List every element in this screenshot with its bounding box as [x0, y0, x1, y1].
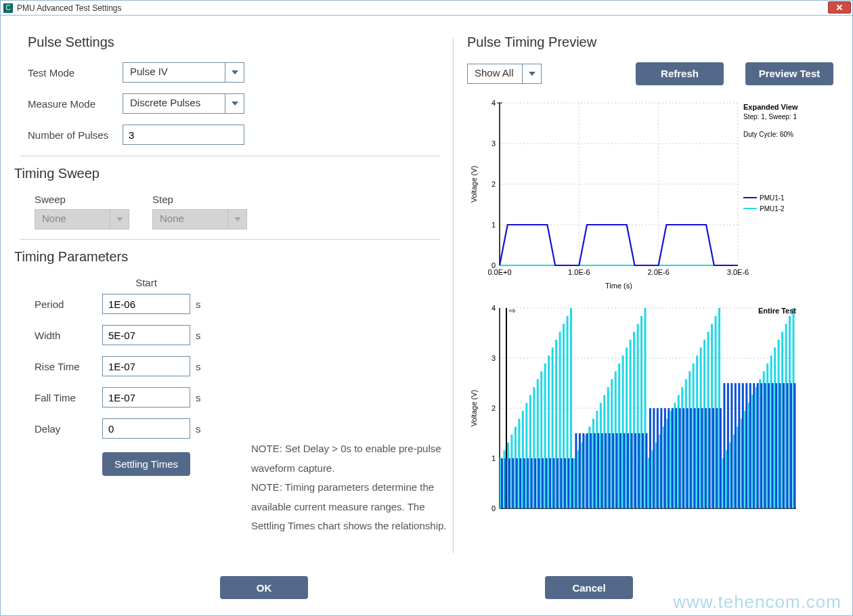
svg-rect-58	[523, 458, 525, 508]
svg-rect-152	[697, 408, 699, 508]
rise-unit: s	[190, 361, 206, 372]
svg-rect-188	[764, 383, 766, 508]
svg-rect-168	[727, 383, 729, 508]
rise-input[interactable]	[102, 356, 190, 376]
svg-rect-118	[634, 433, 636, 508]
cancel-button[interactable]: Cancel	[545, 576, 633, 599]
show-value: Show All	[468, 64, 522, 83]
step-label: Step	[152, 194, 247, 205]
svg-rect-140	[675, 408, 677, 508]
svg-rect-72	[549, 458, 551, 508]
svg-text:3: 3	[491, 354, 496, 362]
svg-rect-180	[749, 383, 751, 508]
period-label: Period	[35, 299, 102, 310]
svg-rect-88	[579, 433, 581, 508]
width-label: Width	[35, 330, 102, 341]
refresh-button[interactable]: Refresh	[636, 62, 724, 85]
close-button[interactable]	[828, 1, 851, 14]
svg-rect-130	[657, 408, 659, 508]
num-pulses-input[interactable]	[123, 125, 244, 145]
svg-rect-158	[709, 408, 711, 508]
test-mode-dropdown[interactable]: Pulse IV	[123, 62, 244, 83]
svg-text:Expanded View: Expanded View	[743, 103, 798, 111]
fall-label: Fall Time	[35, 392, 102, 403]
settling-times-button[interactable]: Settling Times	[102, 452, 190, 476]
fall-unit: s	[190, 392, 206, 403]
ok-button[interactable]: OK	[220, 576, 308, 599]
svg-rect-178	[745, 383, 747, 508]
test-mode-label: Test Mode	[28, 67, 123, 79]
svg-rect-110	[619, 433, 621, 508]
svg-rect-90	[582, 433, 584, 508]
titlebar: C PMU Advanced Test Settings	[1, 1, 852, 16]
preview-test-button[interactable]: Preview Test	[745, 62, 833, 85]
svg-rect-48	[504, 458, 506, 508]
delay-unit: s	[190, 423, 206, 435]
chevron-down-icon	[110, 210, 129, 229]
svg-rect-182	[753, 383, 755, 508]
svg-rect-80	[564, 458, 566, 508]
svg-rect-124	[645, 433, 647, 508]
svg-text:Voltage (V): Voltage (V)	[470, 390, 478, 426]
app-icon: C	[3, 3, 13, 13]
svg-rect-150	[694, 408, 696, 508]
rise-label: Rise Time	[35, 361, 102, 372]
svg-rect-102	[605, 433, 607, 508]
entire-test-chart: 01234⇨Voltage (V)Entire Test	[467, 301, 833, 520]
chevron-down-icon	[225, 63, 244, 82]
measure-mode-value: Discrete Pulses	[123, 94, 225, 113]
width-unit: s	[190, 330, 206, 341]
svg-rect-148	[690, 408, 692, 508]
svg-rect-202	[790, 383, 792, 508]
svg-rect-146	[686, 408, 688, 508]
svg-rect-86	[575, 433, 577, 508]
svg-rect-204	[793, 383, 795, 508]
svg-rect-78	[561, 458, 563, 508]
delay-label: Delay	[35, 423, 102, 435]
timing-notes: NOTE: Set Delay > 0s to enable pre-pulse…	[251, 439, 461, 536]
svg-rect-196	[779, 383, 781, 508]
svg-rect-114	[627, 433, 629, 508]
svg-rect-116	[631, 433, 633, 508]
chevron-down-icon	[225, 94, 244, 113]
svg-text:4: 4	[491, 304, 496, 312]
svg-rect-136	[668, 408, 670, 508]
svg-rect-46	[501, 458, 503, 508]
show-dropdown[interactable]: Show All	[467, 64, 542, 84]
sweep-dropdown: None	[35, 209, 129, 229]
sweep-value: None	[35, 210, 110, 229]
period-input[interactable]	[102, 294, 190, 314]
svg-rect-108	[616, 433, 618, 508]
test-mode-value: Pulse IV	[123, 63, 225, 82]
svg-rect-56	[519, 458, 521, 508]
svg-rect-184	[757, 383, 759, 508]
fall-input[interactable]	[102, 387, 190, 408]
svg-rect-62	[531, 458, 533, 508]
measure-mode-dropdown[interactable]: Discrete Pulses	[123, 93, 244, 114]
svg-rect-192	[772, 383, 774, 508]
svg-text:Step: 1, Sweep: 1: Step: 1, Sweep: 1	[743, 113, 797, 120]
svg-rect-112	[624, 433, 626, 508]
svg-rect-156	[705, 408, 707, 508]
start-header: Start	[102, 277, 190, 288]
width-input[interactable]	[102, 325, 190, 345]
svg-rect-68	[542, 458, 544, 508]
svg-rect-60	[527, 458, 529, 508]
svg-rect-132	[660, 408, 662, 508]
timing-sweep-heading: Timing Sweep	[14, 166, 439, 181]
svg-text:2: 2	[491, 404, 496, 412]
svg-rect-104	[609, 433, 611, 508]
note-1: NOTE: Set Delay > 0s to enable pre-pulse…	[251, 439, 461, 478]
svg-rect-134	[664, 408, 666, 508]
delay-input[interactable]	[102, 418, 190, 439]
chevron-down-icon	[522, 64, 541, 83]
svg-text:0.0E+0: 0.0E+0	[487, 268, 511, 276]
svg-text:Entire Test: Entire Test	[758, 307, 796, 315]
svg-rect-84	[571, 458, 573, 508]
svg-rect-144	[682, 408, 684, 508]
note-2: NOTE: Timing parameters determine the av…	[251, 478, 461, 536]
svg-text:3.0E-6: 3.0E-6	[727, 268, 749, 276]
svg-text:Time (s): Time (s)	[605, 282, 632, 290]
svg-rect-194	[775, 383, 777, 508]
svg-rect-190	[768, 383, 770, 508]
